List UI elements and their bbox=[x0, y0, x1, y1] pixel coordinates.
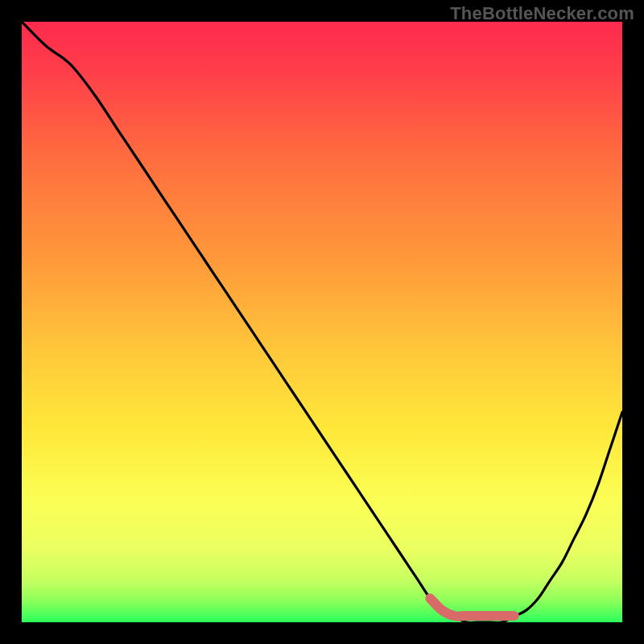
chart-plot bbox=[22, 22, 622, 622]
chart-frame: TheBottleNecker.com bbox=[0, 0, 644, 644]
gradient-background bbox=[22, 22, 622, 622]
watermark-text: TheBottleNecker.com bbox=[450, 3, 634, 24]
